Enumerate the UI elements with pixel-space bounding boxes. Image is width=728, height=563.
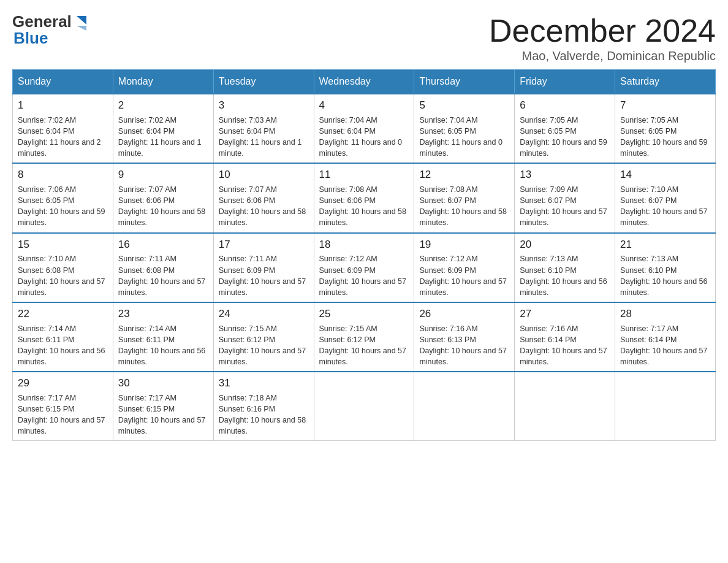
calendar-day-cell <box>314 372 414 441</box>
calendar-day-cell: 7Sunrise: 7:05 AMSunset: 6:05 PMDaylight… <box>615 94 716 163</box>
svg-marker-0 <box>77 16 86 25</box>
calendar-day-cell: 25Sunrise: 7:15 AMSunset: 6:12 PMDayligh… <box>314 302 414 372</box>
day-number: 29 <box>18 376 108 391</box>
day-info: Sunrise: 7:08 AMSunset: 6:07 PMDaylight:… <box>419 184 509 229</box>
day-info: Sunrise: 7:15 AMSunset: 6:12 PMDaylight:… <box>319 323 409 368</box>
calendar-day-cell: 24Sunrise: 7:15 AMSunset: 6:12 PMDayligh… <box>213 302 314 372</box>
calendar-day-cell: 23Sunrise: 7:14 AMSunset: 6:11 PMDayligh… <box>113 302 213 372</box>
logo-flag-icon <box>73 13 90 31</box>
day-info: Sunrise: 7:11 AMSunset: 6:09 PMDaylight:… <box>219 253 309 298</box>
col-wednesday: Wednesday <box>314 70 414 94</box>
day-number: 17 <box>219 237 309 252</box>
calendar-week-row: 8Sunrise: 7:06 AMSunset: 6:05 PMDaylight… <box>13 163 716 232</box>
day-info: Sunrise: 7:15 AMSunset: 6:12 PMDaylight:… <box>219 323 309 368</box>
logo-blue-text: Blue <box>13 29 48 48</box>
calendar-day-cell: 26Sunrise: 7:16 AMSunset: 6:13 PMDayligh… <box>414 302 515 372</box>
day-number: 18 <box>319 237 409 252</box>
calendar-day-cell: 5Sunrise: 7:04 AMSunset: 6:05 PMDaylight… <box>414 94 515 163</box>
calendar-day-cell: 9Sunrise: 7:07 AMSunset: 6:06 PMDaylight… <box>113 163 213 232</box>
calendar-day-cell: 17Sunrise: 7:11 AMSunset: 6:09 PMDayligh… <box>213 233 314 302</box>
day-info: Sunrise: 7:08 AMSunset: 6:06 PMDaylight:… <box>319 184 409 229</box>
day-number: 30 <box>118 376 208 391</box>
calendar-day-cell: 12Sunrise: 7:08 AMSunset: 6:07 PMDayligh… <box>414 163 515 232</box>
calendar-day-cell: 27Sunrise: 7:16 AMSunset: 6:14 PMDayligh… <box>515 302 615 372</box>
calendar-day-cell: 20Sunrise: 7:13 AMSunset: 6:10 PMDayligh… <box>515 233 615 302</box>
main-title: December 2024 <box>489 12 716 49</box>
day-number: 21 <box>620 237 710 252</box>
calendar-week-row: 15Sunrise: 7:10 AMSunset: 6:08 PMDayligh… <box>13 233 716 302</box>
day-info: Sunrise: 7:17 AMSunset: 6:15 PMDaylight:… <box>18 393 108 437</box>
col-friday: Friday <box>515 70 615 94</box>
calendar-day-cell: 16Sunrise: 7:11 AMSunset: 6:08 PMDayligh… <box>113 233 213 302</box>
calendar-day-cell <box>414 372 515 441</box>
day-number: 1 <box>18 98 108 113</box>
calendar-day-cell: 4Sunrise: 7:04 AMSunset: 6:04 PMDaylight… <box>314 94 414 163</box>
col-saturday: Saturday <box>615 70 716 94</box>
day-number: 2 <box>118 98 208 113</box>
day-info: Sunrise: 7:18 AMSunset: 6:16 PMDaylight:… <box>219 393 309 437</box>
calendar-day-cell: 6Sunrise: 7:05 AMSunset: 6:05 PMDaylight… <box>515 94 615 163</box>
day-info: Sunrise: 7:05 AMSunset: 6:05 PMDaylight:… <box>520 115 610 159</box>
day-info: Sunrise: 7:13 AMSunset: 6:10 PMDaylight:… <box>520 253 610 298</box>
col-thursday: Thursday <box>414 70 515 94</box>
day-number: 20 <box>520 237 610 252</box>
subtitle: Mao, Valverde, Dominican Republic <box>489 49 716 63</box>
logo: General Blue <box>12 12 90 48</box>
day-info: Sunrise: 7:10 AMSunset: 6:07 PMDaylight:… <box>620 184 710 229</box>
day-number: 22 <box>18 307 108 321</box>
day-info: Sunrise: 7:17 AMSunset: 6:15 PMDaylight:… <box>118 393 208 437</box>
day-number: 10 <box>219 167 309 182</box>
calendar-day-cell: 22Sunrise: 7:14 AMSunset: 6:11 PMDayligh… <box>13 302 113 372</box>
day-info: Sunrise: 7:11 AMSunset: 6:08 PMDaylight:… <box>118 253 208 298</box>
day-info: Sunrise: 7:14 AMSunset: 6:11 PMDaylight:… <box>118 323 208 368</box>
calendar-day-cell <box>515 372 615 441</box>
day-number: 26 <box>419 307 509 321</box>
calendar-day-cell: 28Sunrise: 7:17 AMSunset: 6:14 PMDayligh… <box>615 302 716 372</box>
calendar-week-row: 29Sunrise: 7:17 AMSunset: 6:15 PMDayligh… <box>13 372 716 441</box>
calendar-header-row: Sunday Monday Tuesday Wednesday Thursday… <box>13 70 716 94</box>
day-number: 16 <box>118 237 208 252</box>
calendar-table: Sunday Monday Tuesday Wednesday Thursday… <box>12 69 716 441</box>
calendar-day-cell: 11Sunrise: 7:08 AMSunset: 6:06 PMDayligh… <box>314 163 414 232</box>
calendar-day-cell: 10Sunrise: 7:07 AMSunset: 6:06 PMDayligh… <box>213 163 314 232</box>
day-info: Sunrise: 7:02 AMSunset: 6:04 PMDaylight:… <box>118 115 208 159</box>
day-number: 13 <box>520 167 610 182</box>
title-block: December 2024 Mao, Valverde, Dominican R… <box>489 12 716 63</box>
calendar-day-cell: 19Sunrise: 7:12 AMSunset: 6:09 PMDayligh… <box>414 233 515 302</box>
day-number: 19 <box>419 237 509 252</box>
calendar-day-cell: 13Sunrise: 7:09 AMSunset: 6:07 PMDayligh… <box>515 163 615 232</box>
day-number: 25 <box>319 307 409 321</box>
day-info: Sunrise: 7:04 AMSunset: 6:05 PMDaylight:… <box>419 115 509 159</box>
day-info: Sunrise: 7:10 AMSunset: 6:08 PMDaylight:… <box>18 253 108 298</box>
col-monday: Monday <box>113 70 213 94</box>
day-number: 14 <box>620 167 710 182</box>
day-number: 31 <box>219 376 309 391</box>
calendar-week-row: 1Sunrise: 7:02 AMSunset: 6:04 PMDaylight… <box>13 94 716 163</box>
day-info: Sunrise: 7:02 AMSunset: 6:04 PMDaylight:… <box>18 115 108 159</box>
day-number: 11 <box>319 167 409 182</box>
calendar-day-cell: 31Sunrise: 7:18 AMSunset: 6:16 PMDayligh… <box>213 372 314 441</box>
calendar-day-cell <box>615 372 716 441</box>
day-number: 8 <box>18 167 108 182</box>
day-info: Sunrise: 7:04 AMSunset: 6:04 PMDaylight:… <box>319 115 409 159</box>
day-number: 5 <box>419 98 509 113</box>
calendar-day-cell: 14Sunrise: 7:10 AMSunset: 6:07 PMDayligh… <box>615 163 716 232</box>
day-number: 23 <box>118 307 208 321</box>
calendar-day-cell: 2Sunrise: 7:02 AMSunset: 6:04 PMDaylight… <box>113 94 213 163</box>
calendar-day-cell: 8Sunrise: 7:06 AMSunset: 6:05 PMDaylight… <box>13 163 113 232</box>
calendar-day-cell: 15Sunrise: 7:10 AMSunset: 6:08 PMDayligh… <box>13 233 113 302</box>
day-number: 24 <box>219 307 309 321</box>
day-number: 9 <box>118 167 208 182</box>
day-number: 4 <box>319 98 409 113</box>
calendar-day-cell: 3Sunrise: 7:03 AMSunset: 6:04 PMDaylight… <box>213 94 314 163</box>
col-tuesday: Tuesday <box>213 70 314 94</box>
day-info: Sunrise: 7:16 AMSunset: 6:13 PMDaylight:… <box>419 323 509 368</box>
calendar-day-cell: 1Sunrise: 7:02 AMSunset: 6:04 PMDaylight… <box>13 94 113 163</box>
day-info: Sunrise: 7:06 AMSunset: 6:05 PMDaylight:… <box>18 184 108 229</box>
day-number: 7 <box>620 98 710 113</box>
day-info: Sunrise: 7:17 AMSunset: 6:14 PMDaylight:… <box>620 323 710 368</box>
calendar-week-row: 22Sunrise: 7:14 AMSunset: 6:11 PMDayligh… <box>13 302 716 372</box>
day-info: Sunrise: 7:07 AMSunset: 6:06 PMDaylight:… <box>219 184 309 229</box>
calendar-day-cell: 29Sunrise: 7:17 AMSunset: 6:15 PMDayligh… <box>13 372 113 441</box>
day-number: 28 <box>620 307 710 321</box>
